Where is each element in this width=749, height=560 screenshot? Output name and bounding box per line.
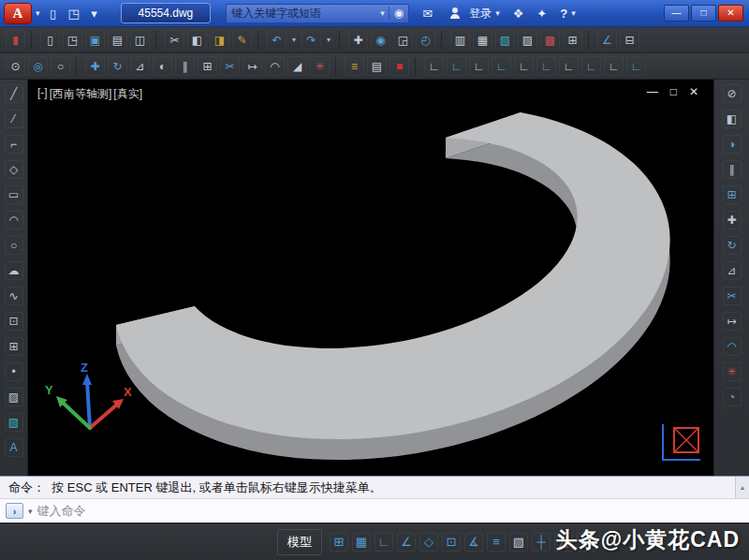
move-icon[interactable]: ✚ bbox=[723, 211, 742, 229]
undo-dropdown-icon[interactable]: ▾ bbox=[289, 30, 299, 50]
open-icon[interactable]: ◳ bbox=[63, 30, 82, 50]
markup-icon[interactable]: ▩ bbox=[540, 30, 560, 50]
explode-icon[interactable]: ✳ bbox=[723, 362, 742, 381]
polyline-icon[interactable]: ⌐ bbox=[5, 135, 23, 154]
tool-palettes-icon[interactable]: ▧ bbox=[495, 30, 515, 50]
fillet-icon[interactable]: ◠ bbox=[265, 56, 285, 76]
table-icon[interactable]: ⊟ bbox=[620, 30, 639, 50]
sign-in-label[interactable]: 登录 bbox=[469, 6, 492, 22]
revision-cloud-icon[interactable]: ☁ bbox=[5, 261, 23, 280]
layer-states-icon[interactable]: ▤ bbox=[367, 56, 387, 76]
trim-icon[interactable]: ✂ bbox=[220, 56, 240, 76]
model-space-button[interactable]: 模型 bbox=[277, 529, 322, 555]
search-input[interactable]: 键入关键字或短语 bbox=[231, 6, 376, 22]
close-button[interactable]: ✕ bbox=[718, 5, 743, 22]
donut-icon[interactable]: ⊙ bbox=[6, 56, 25, 76]
search-binoculars-icon[interactable]: ◉ bbox=[389, 7, 404, 20]
sign-in-dropdown-icon[interactable]: ▾ bbox=[495, 8, 500, 18]
mirror-icon[interactable]: ◐ bbox=[153, 56, 172, 76]
minimize-button[interactable]: — bbox=[664, 5, 689, 22]
color-swatch-icon[interactable]: ■ bbox=[389, 56, 409, 76]
move-icon[interactable]: ✚ bbox=[85, 56, 105, 76]
command-input-placeholder[interactable]: 键入命令 bbox=[37, 503, 86, 520]
pan-icon[interactable]: ✚ bbox=[348, 30, 368, 50]
dynamic-input-icon[interactable]: ┼ bbox=[532, 533, 551, 552]
scale-icon[interactable]: ⊿ bbox=[723, 261, 742, 280]
autodesk-store-icon[interactable]: ❖ bbox=[513, 7, 524, 21]
viewport-close-icon[interactable]: ✕ bbox=[689, 85, 698, 98]
ucs-view-icon[interactable]: ∟ bbox=[492, 56, 511, 76]
array-icon[interactable]: ⊞ bbox=[723, 185, 742, 204]
explode-icon[interactable]: ✳ bbox=[310, 56, 330, 76]
spline-icon[interactable]: ∿ bbox=[5, 287, 23, 305]
measure-icon[interactable]: ∠ bbox=[597, 30, 617, 50]
hatch-icon[interactable]: ▨ bbox=[5, 388, 23, 406]
snap-mode-icon[interactable]: ⊞ bbox=[330, 533, 348, 552]
ucs-y-icon[interactable]: ∟ bbox=[604, 56, 624, 76]
ellipse-icon[interactable]: ○ bbox=[51, 56, 70, 76]
rotate-icon[interactable]: ↻ bbox=[723, 236, 742, 255]
sheet-set-manager-icon[interactable]: ▨ bbox=[518, 30, 537, 50]
new-file-icon[interactable]: ▯ bbox=[44, 4, 63, 22]
quickcalc-icon[interactable]: ⊞ bbox=[563, 30, 582, 50]
plot-preview-icon[interactable]: ◫ bbox=[130, 30, 150, 50]
mirror-icon[interactable]: ◑ bbox=[723, 135, 742, 154]
polar-tracking-icon[interactable]: ∠ bbox=[397, 533, 416, 552]
exchange-apps-icon[interactable]: ✦ bbox=[536, 7, 547, 21]
insert-block-icon[interactable]: ⊡ bbox=[5, 312, 23, 331]
cut-icon[interactable]: ✂ bbox=[165, 30, 184, 50]
match-properties-icon[interactable]: ✎ bbox=[232, 30, 252, 50]
object-snap-tracking-icon[interactable]: ∡ bbox=[464, 533, 483, 552]
paste-icon[interactable]: ◨ bbox=[210, 30, 229, 50]
offset-icon[interactable]: ∥ bbox=[175, 56, 195, 76]
viewport-visual-style-menu[interactable]: [真实] bbox=[113, 86, 142, 102]
transparency-icon[interactable]: ▧ bbox=[509, 533, 528, 552]
viewport-minimize-icon[interactable]: — bbox=[647, 85, 658, 98]
make-block-icon[interactable]: ⊞ bbox=[5, 337, 23, 356]
ucs-origin-icon[interactable]: ∟ bbox=[514, 56, 534, 76]
extend-icon[interactable]: ↦ bbox=[242, 56, 262, 76]
object-snap-icon[interactable]: ⊡ bbox=[442, 533, 461, 552]
help-dropdown-icon[interactable]: ▾ bbox=[571, 8, 576, 18]
ucs-object-icon[interactable]: ∟ bbox=[447, 56, 466, 76]
open-file-icon[interactable]: ◳ bbox=[65, 4, 83, 22]
workspace-switch-icon[interactable]: ▮ bbox=[6, 30, 25, 50]
arc-icon[interactable]: ◠ bbox=[5, 211, 23, 229]
fillet-icon[interactable]: ◠ bbox=[723, 337, 742, 356]
search-dropdown-icon[interactable]: ▾ bbox=[380, 8, 385, 18]
quick-access-dropdown-icon[interactable]: ▾ bbox=[85, 4, 104, 22]
viewport-restore-icon[interactable]: □ bbox=[670, 85, 677, 98]
erase-icon[interactable]: ⊘ bbox=[723, 84, 742, 103]
ucs-zaxis-icon[interactable]: ∟ bbox=[536, 56, 556, 76]
redo-dropdown-icon[interactable]: ▾ bbox=[324, 30, 333, 50]
plot-icon[interactable]: ▤ bbox=[108, 30, 127, 50]
viewport-controls-menu[interactable]: [-] bbox=[37, 86, 48, 102]
scale-icon[interactable]: ⊿ bbox=[130, 56, 150, 76]
gradient-icon[interactable]: ▧ bbox=[5, 413, 23, 432]
circle-icon[interactable]: ◎ bbox=[28, 56, 48, 76]
rectangle-icon[interactable]: ▭ bbox=[5, 185, 23, 204]
redo-icon[interactable]: ↷ bbox=[301, 30, 321, 50]
command-history-scrollbar[interactable]: ▲ bbox=[735, 477, 749, 498]
polygon-icon[interactable]: ◇ bbox=[5, 160, 23, 179]
ucs-3point-icon[interactable]: ∟ bbox=[559, 56, 579, 76]
command-options-dropdown-icon[interactable]: ▾ bbox=[28, 507, 33, 516]
line-icon[interactable]: ╱ bbox=[5, 84, 23, 103]
copy-clip-icon[interactable]: ◧ bbox=[187, 30, 207, 50]
construction-line-icon[interactable]: ⁄ bbox=[5, 110, 23, 128]
orbit-icon[interactable]: ◔ bbox=[723, 388, 742, 406]
model-view[interactable]: Z Y X bbox=[28, 80, 713, 476]
grid-display-icon[interactable]: ▦ bbox=[352, 533, 371, 552]
mtext-icon[interactable]: A bbox=[5, 438, 23, 457]
designcenter-icon[interactable]: ▦ bbox=[473, 30, 492, 50]
copy-icon[interactable]: ◧ bbox=[723, 110, 742, 128]
rotate-icon[interactable]: ↻ bbox=[108, 56, 127, 76]
command-input-line[interactable]: › ▾ 键入命令 bbox=[0, 498, 749, 523]
application-menu-button[interactable]: A bbox=[4, 3, 32, 24]
drawing-canvas[interactable]: [-] [西南等轴测] [真实] — □ ✕ bbox=[28, 80, 713, 476]
extend-icon[interactable]: ↦ bbox=[723, 312, 742, 331]
help-icon[interactable]: ? bbox=[560, 7, 567, 21]
array-icon[interactable]: ⊞ bbox=[198, 56, 217, 76]
zoom-realtime-icon[interactable]: ◉ bbox=[371, 30, 390, 50]
restore-button[interactable]: □ bbox=[691, 5, 716, 22]
